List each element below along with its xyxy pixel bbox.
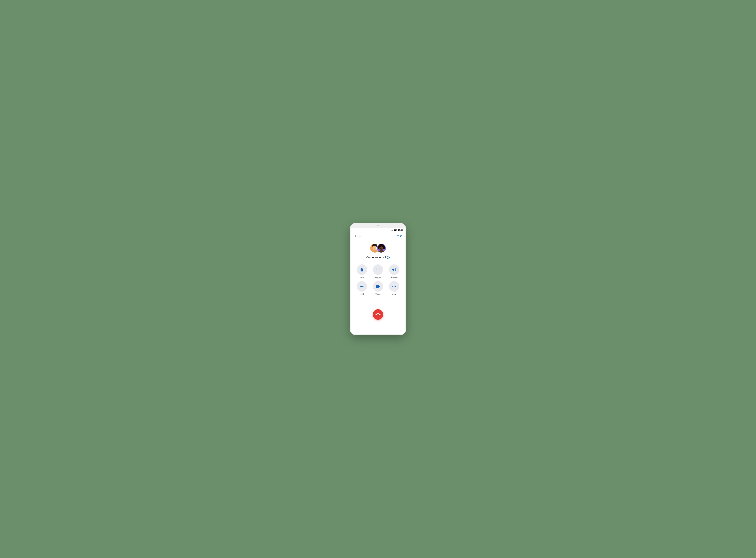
call-header: ••• 00:43: [351, 232, 405, 240]
keypad-label: Keypad: [375, 276, 381, 279]
info-icon-button[interactable]: [387, 256, 390, 259]
video-circle[interactable]: [373, 281, 383, 291]
mute-label: Mute: [360, 276, 364, 279]
svg-point-29: [378, 270, 378, 271]
keypad-action[interactable]: Keypad: [371, 264, 385, 279]
svg-point-28: [377, 270, 377, 271]
svg-point-24: [379, 268, 379, 269]
svg-point-8: [375, 248, 376, 248]
status-bar: 12:30: [351, 228, 405, 232]
mute-action[interactable]: Mute: [355, 264, 369, 279]
status-icons: 12:30: [391, 229, 403, 231]
svg-point-39: [395, 286, 396, 287]
svg-point-23: [378, 268, 378, 269]
avatar-2: [376, 243, 386, 253]
end-call-button[interactable]: [373, 309, 383, 320]
svg-point-30: [379, 270, 379, 271]
video-icon: [376, 284, 380, 289]
svg-point-27: [379, 269, 379, 270]
svg-point-37: [393, 286, 393, 287]
speaker-label: Speaker: [390, 276, 398, 279]
svg-point-31: [378, 271, 378, 272]
call-title: Conference call: [366, 256, 386, 259]
svg-point-17: [380, 248, 381, 249]
svg-marker-35: [379, 285, 380, 287]
phone-frame: 12:30 ••• 00:43: [350, 223, 406, 335]
wifi-icon: [391, 229, 393, 231]
keypad-circle[interactable]: [373, 264, 383, 275]
actions-grid: Mute: [351, 262, 405, 298]
speaker-icon: [392, 267, 396, 272]
svg-point-26: [378, 269, 378, 270]
more-action[interactable]: More: [387, 281, 401, 295]
svg-point-38: [394, 286, 395, 287]
mute-icon: [360, 267, 364, 272]
end-call-section: [351, 298, 405, 334]
header-left: •••: [354, 234, 362, 238]
screen: 12:30 ••• 00:43: [351, 228, 405, 334]
status-time: 12:30: [398, 229, 403, 231]
add-label: Add: [360, 293, 363, 295]
speaker-circle[interactable]: [389, 264, 399, 275]
mute-circle[interactable]: [357, 264, 367, 275]
more-circle[interactable]: [389, 281, 399, 291]
svg-marker-32: [392, 268, 394, 271]
avatar-group: [370, 243, 386, 254]
phone-top-bar: [350, 223, 406, 228]
svg-point-7: [374, 248, 374, 248]
keypad-icon: [376, 267, 380, 272]
add-action[interactable]: Add: [355, 281, 369, 295]
speaker-action[interactable]: Speaker: [387, 264, 401, 279]
svg-rect-3: [395, 229, 396, 230]
add-circle[interactable]: [357, 281, 367, 291]
call-title-row: Conference call: [366, 256, 390, 259]
video-label: Video: [376, 293, 380, 295]
battery-icon: [394, 229, 397, 231]
svg-point-14: [378, 247, 379, 249]
video-action[interactable]: Video: [371, 281, 385, 295]
add-icon: [360, 284, 364, 289]
svg-rect-2: [397, 230, 397, 230]
svg-point-15: [383, 247, 385, 249]
more-label: More: [392, 293, 396, 295]
more-icon: [392, 284, 396, 289]
svg-point-16: [379, 247, 383, 251]
menu-dots-button[interactable]: •••: [359, 235, 362, 237]
svg-point-22: [377, 268, 377, 269]
face-2: [377, 244, 386, 253]
back-button[interactable]: [354, 234, 357, 238]
svg-point-18: [382, 248, 382, 249]
svg-rect-36: [376, 285, 379, 288]
camera-dot: [377, 225, 379, 226]
svg-point-25: [377, 269, 377, 270]
avatar-section: Conference call: [351, 240, 405, 262]
call-timer: 00:43: [397, 235, 402, 237]
svg-point-0: [392, 231, 392, 231]
end-call-icon: [376, 312, 380, 317]
